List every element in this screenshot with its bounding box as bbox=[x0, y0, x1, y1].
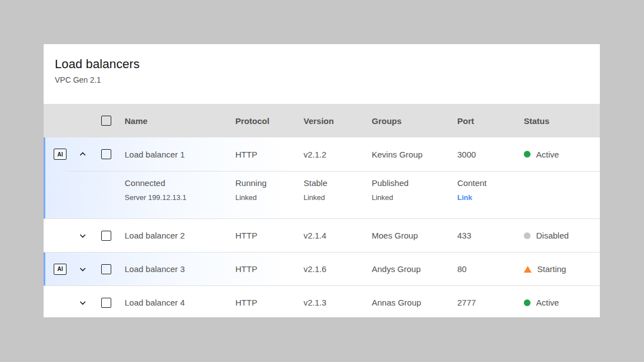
expand-row-button[interactable] bbox=[76, 296, 89, 309]
column-header-status: Status bbox=[524, 116, 600, 126]
column-header-name: Name bbox=[125, 116, 235, 126]
row-controls-cell: AI bbox=[44, 137, 125, 171]
row-checkbox[interactable] bbox=[101, 264, 111, 274]
cell-groups: Annas Group bbox=[372, 298, 457, 307]
cell-port: 433 bbox=[457, 231, 524, 240]
cell-version: v2.1.4 bbox=[304, 231, 372, 240]
detail-connected: Connected bbox=[125, 178, 235, 188]
detail-published: Published bbox=[372, 178, 457, 188]
detail-version-linked: Linked bbox=[304, 193, 372, 202]
chevron-down-icon bbox=[78, 265, 87, 274]
cell-name: Load balancer 2 bbox=[125, 231, 235, 240]
cell-protocol: HTTP bbox=[235, 298, 304, 307]
cell-status: Active bbox=[524, 298, 600, 307]
column-header-port: Port bbox=[457, 116, 524, 126]
row-controls-cell: AI bbox=[44, 253, 125, 285]
cell-protocol: HTTP bbox=[235, 150, 304, 159]
expand-row-button[interactable] bbox=[76, 229, 89, 242]
cell-protocol: HTTP bbox=[235, 231, 304, 240]
details-version-cell: Stable Linked bbox=[304, 178, 372, 202]
details-protocol-cell: Running Linked bbox=[235, 178, 304, 202]
status-active-icon bbox=[524, 151, 531, 158]
status-active-icon bbox=[524, 299, 531, 306]
details-port-cell: Content Link bbox=[457, 178, 524, 202]
cell-name: Load balancer 1 bbox=[125, 150, 235, 159]
detail-server-address: Server 199.12.13.1 bbox=[125, 193, 235, 202]
collapse-row-button[interactable] bbox=[76, 147, 89, 161]
cell-protocol: HTTP bbox=[235, 264, 304, 274]
chevron-down-icon bbox=[78, 298, 87, 307]
detail-stable: Stable bbox=[304, 178, 372, 188]
row-checkbox[interactable] bbox=[101, 149, 111, 159]
cell-status: Starting bbox=[524, 264, 600, 274]
status-label: Active bbox=[536, 298, 559, 307]
detail-content: Content bbox=[457, 178, 524, 188]
ai-label[interactable]: AI bbox=[54, 264, 67, 275]
chevron-down-icon bbox=[78, 231, 87, 240]
cell-groups: Andys Group bbox=[372, 264, 457, 274]
cell-groups: Kevins Group bbox=[372, 150, 457, 159]
row-checkbox[interactable] bbox=[101, 298, 111, 308]
details-name-cell: Connected Server 199.12.13.1 bbox=[125, 178, 235, 202]
table-row-load-balancer-3: AI Load balancer 3 HTTP v2.1.6 Andys Gro… bbox=[44, 252, 600, 285]
page-subtitle: VPC Gen 2.1 bbox=[55, 75, 589, 84]
expand-row-button[interactable] bbox=[76, 263, 89, 276]
details-groups-cell: Published Linked bbox=[372, 178, 457, 202]
cell-port: 3000 bbox=[457, 150, 524, 159]
table-header-row: Name Protocol Version Groups Port Status bbox=[44, 104, 600, 137]
column-header-protocol: Protocol bbox=[235, 116, 304, 126]
page-title: Load balancers bbox=[55, 57, 589, 72]
expanded-row-details: Connected Server 199.12.13.1 Running Lin… bbox=[44, 171, 600, 218]
cell-version: v2.1.6 bbox=[304, 264, 372, 274]
cell-status: Disabled bbox=[524, 231, 600, 240]
cell-groups: Moes Group bbox=[372, 231, 457, 240]
status-disabled-icon bbox=[524, 232, 531, 239]
row-controls-cell bbox=[44, 219, 125, 252]
cell-status: Active bbox=[524, 150, 600, 159]
table-row-load-balancer-1: AI Load balancer 1 HTTP v2.1.2 Kevins Gr… bbox=[44, 137, 600, 171]
status-label: Active bbox=[536, 150, 559, 159]
cell-version: v2.1.3 bbox=[304, 298, 372, 307]
header-controls-cell bbox=[44, 104, 125, 137]
card-header: Load balancers VPC Gen 2.1 bbox=[44, 44, 600, 104]
column-header-groups: Groups bbox=[372, 116, 457, 126]
load-balancers-table: Name Protocol Version Groups Port Status… bbox=[44, 104, 600, 319]
detail-running: Running bbox=[235, 178, 304, 188]
detail-protocol-linked: Linked bbox=[235, 193, 304, 202]
column-header-version: Version bbox=[304, 116, 372, 126]
status-label: Disabled bbox=[536, 231, 569, 240]
table-row-load-balancer-4: Load balancer 4 HTTP v2.1.3 Annas Group … bbox=[44, 285, 600, 319]
load-balancers-card: Load balancers VPC Gen 2.1 Name Protocol… bbox=[44, 44, 600, 317]
cell-port: 2777 bbox=[457, 298, 524, 307]
ai-label[interactable]: AI bbox=[54, 149, 67, 160]
cell-name: Load balancer 3 bbox=[125, 264, 235, 274]
cell-name: Load balancer 4 bbox=[125, 298, 235, 307]
status-starting-icon bbox=[524, 266, 532, 273]
row-controls-cell bbox=[44, 286, 125, 319]
select-all-checkbox[interactable] bbox=[101, 116, 111, 126]
cell-port: 80 bbox=[457, 264, 524, 274]
row-checkbox[interactable] bbox=[101, 231, 111, 241]
detail-groups-linked: Linked bbox=[372, 193, 457, 202]
chevron-up-icon bbox=[78, 150, 87, 159]
cell-version: v2.1.2 bbox=[304, 150, 372, 159]
table-row-load-balancer-2: Load balancer 2 HTTP v2.1.4 Moes Group 4… bbox=[44, 218, 600, 252]
status-label: Starting bbox=[537, 264, 566, 274]
detail-link[interactable]: Link bbox=[457, 193, 472, 202]
